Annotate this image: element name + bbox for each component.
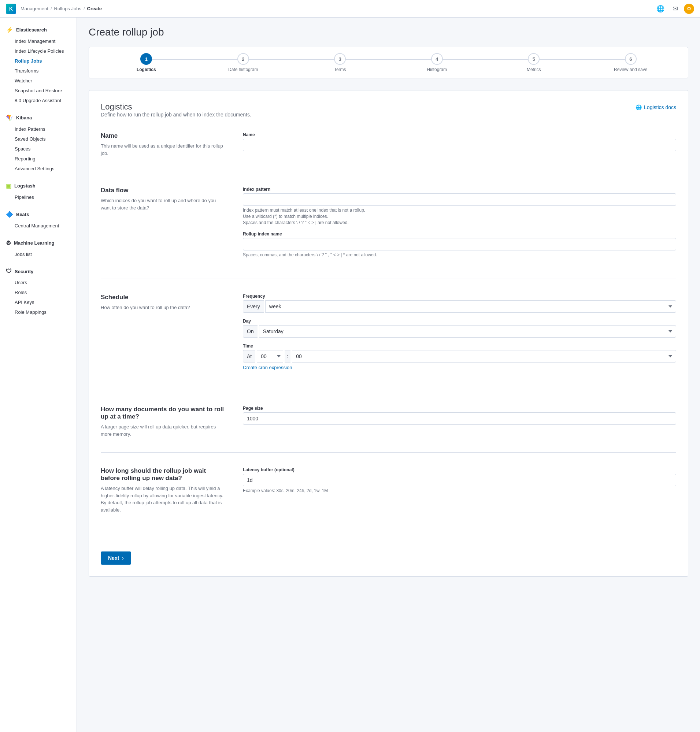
- data-flow-subtext: Which indices do you want to roll up and…: [101, 197, 225, 211]
- page-title: Create rollup job: [89, 26, 688, 38]
- page-size-field-container: Page size: [243, 406, 676, 425]
- beats-label: Beats: [16, 212, 29, 217]
- name-heading: Name: [101, 132, 225, 140]
- index-pattern-field-container: Index pattern Index pattern must match a…: [243, 187, 676, 226]
- sidebar: ⚡ Elasticsearch Index Management Index L…: [0, 18, 77, 732]
- security-icon: 🛡: [6, 268, 12, 275]
- section-title: Logistics: [101, 102, 251, 112]
- name-section: Name This name will be used as a unique …: [101, 132, 676, 172]
- top-nav: K Management / Rollups Jobs / Create 🌐 ✉…: [0, 0, 700, 18]
- sidebar-section-elasticsearch: ⚡ Elasticsearch Index Management Index L…: [0, 24, 76, 106]
- latency-label: Latency buffer (optional): [243, 467, 676, 472]
- page-size-section-right: Page size: [243, 406, 676, 438]
- steps-bar: 1 Logistics 2 Date histogram 3 Terms 4 H…: [89, 47, 688, 78]
- sidebar-item-users[interactable]: Users: [0, 278, 76, 287]
- frequency-field-container: Frequency Every week minute hour day mon…: [243, 294, 676, 313]
- data-flow-section: Data flow Which indices do you want to r…: [101, 187, 676, 279]
- next-button[interactable]: Next ›: [101, 551, 131, 564]
- step-1-circle: 1: [140, 53, 152, 65]
- sidebar-section-header-logstash: ▣ Logstash: [0, 179, 76, 192]
- step-3[interactable]: 3 Terms: [291, 53, 389, 72]
- sidebar-item-index-lifecycle[interactable]: Index Lifecycle Policies: [0, 46, 76, 56]
- schedule-heading: Schedule: [101, 294, 225, 301]
- sidebar-item-rollup-jobs[interactable]: Rollup Jobs: [0, 56, 76, 66]
- sidebar-item-index-management[interactable]: Index Management: [0, 36, 76, 46]
- logistics-docs-label: Logistics docs: [644, 104, 676, 110]
- step-4[interactable]: 4 Histogram: [389, 53, 486, 72]
- step-2[interactable]: 2 Date histogram: [195, 53, 292, 72]
- latency-input[interactable]: [243, 474, 676, 486]
- sidebar-item-transforms[interactable]: Transforms: [0, 66, 76, 76]
- user-avatar[interactable]: O: [684, 4, 694, 14]
- sidebar-section-header-beats: 🔷 Beats: [0, 208, 76, 221]
- index-pattern-input[interactable]: [243, 193, 676, 206]
- day-select[interactable]: Saturday Sunday Monday Tuesday Wednesday…: [259, 325, 676, 338]
- sidebar-item-advanced-settings[interactable]: Advanced Settings: [0, 164, 76, 173]
- machine-learning-label: Machine Learning: [14, 240, 54, 246]
- breadcrumb: Management / Rollups Jobs / Create: [21, 6, 102, 11]
- step-5[interactable]: 5 Metrics: [485, 53, 582, 72]
- step-1[interactable]: 1 Logistics: [98, 53, 195, 72]
- docs-icon: 🌐: [635, 104, 642, 110]
- rollup-index-input[interactable]: [243, 238, 676, 250]
- sidebar-item-api-keys[interactable]: API Keys: [0, 297, 76, 307]
- latency-hint: Example values: 30s, 20m, 24h, 2d, 1w, 1…: [243, 488, 676, 494]
- logistics-docs-link[interactable]: 🌐 Logistics docs: [635, 104, 676, 110]
- step-6[interactable]: 6 Review and save: [582, 53, 679, 72]
- time-minutes-select[interactable]: 00 15 30 45: [292, 350, 676, 363]
- page-size-input[interactable]: [243, 412, 676, 425]
- app-logo: K: [6, 4, 16, 14]
- security-label: Security: [15, 269, 33, 274]
- page-size-section: How many documents do you want to roll u…: [101, 406, 676, 453]
- sidebar-item-roles[interactable]: Roles: [0, 287, 76, 297]
- time-colon: :: [285, 350, 290, 363]
- schedule-section: Schedule How often do you want to roll u…: [101, 294, 676, 391]
- step-4-circle: 4: [431, 53, 443, 65]
- time-hours-select[interactable]: 00 01 02 03 04 05 06 07 08 09 10: [257, 350, 283, 363]
- mail-icon[interactable]: ✉: [669, 3, 681, 15]
- globe-icon[interactable]: 🌐: [654, 3, 666, 15]
- sidebar-item-jobs-list[interactable]: Jobs list: [0, 249, 76, 259]
- name-label: Name: [243, 132, 676, 137]
- day-row: On Saturday Sunday Monday Tuesday Wednes…: [243, 325, 676, 338]
- index-pattern-hint: Index pattern must match at least one in…: [243, 207, 676, 226]
- sidebar-item-upgrade-assistant[interactable]: 8.0 Upgrade Assistant: [0, 96, 76, 106]
- day-prefix: On: [243, 325, 257, 338]
- sidebar-section-security: 🛡 Security Users Roles API Keys Role Map…: [0, 265, 76, 317]
- breadcrumb-management[interactable]: Management: [21, 6, 49, 11]
- frequency-label: Frequency: [243, 294, 676, 299]
- next-button-arrow-icon: ›: [122, 555, 124, 561]
- cron-expression-link[interactable]: Create cron expression: [243, 365, 292, 370]
- latency-section-left: How long should the rollup job wait befo…: [101, 467, 225, 513]
- sidebar-item-index-patterns[interactable]: Index Patterns: [0, 124, 76, 134]
- frequency-prefix: Every: [243, 300, 264, 313]
- latency-field-container: Latency buffer (optional) Example values…: [243, 467, 676, 494]
- sidebar-section-header-kibana: 🪁 Kibana: [0, 111, 76, 124]
- name-field-container: Name: [243, 132, 676, 151]
- sidebar-item-spaces[interactable]: Spaces: [0, 144, 76, 154]
- sidebar-item-central-management[interactable]: Central Management: [0, 221, 76, 231]
- sidebar-item-snapshot-restore[interactable]: Snapshot and Restore: [0, 86, 76, 96]
- kibana-label: Kibana: [16, 115, 32, 121]
- rollup-index-field-container: Rollup index name Spaces, commas, and th…: [243, 231, 676, 258]
- index-pattern-label: Index pattern: [243, 187, 676, 192]
- sidebar-item-watcher[interactable]: Watcher: [0, 76, 76, 86]
- latency-subtext: A latency buffer will delay rolling up d…: [101, 485, 225, 513]
- schedule-section-right: Frequency Every week minute hour day mon…: [243, 294, 676, 376]
- sidebar-item-saved-objects[interactable]: Saved Objects: [0, 134, 76, 144]
- breadcrumb-create: Create: [87, 6, 102, 11]
- sidebar-item-pipelines[interactable]: Pipelines: [0, 192, 76, 202]
- index-pattern-hint3: Spaces and the characters \ / ? " < > | …: [243, 220, 349, 225]
- step-6-label: Review and save: [614, 67, 647, 72]
- sidebar-item-role-mappings[interactable]: Role Mappings: [0, 307, 76, 317]
- sidebar-section-header-elasticsearch: ⚡ Elasticsearch: [0, 24, 76, 36]
- sidebar-item-reporting[interactable]: Reporting: [0, 154, 76, 164]
- frequency-select[interactable]: week minute hour day month: [265, 300, 676, 313]
- schedule-subtext: How often do you want to roll up the dat…: [101, 304, 225, 311]
- step-3-circle: 3: [334, 53, 346, 65]
- name-input[interactable]: [243, 139, 676, 151]
- latency-section-right: Latency buffer (optional) Example values…: [243, 467, 676, 513]
- breadcrumb-rollup-jobs[interactable]: Rollups Jobs: [54, 6, 81, 11]
- latency-section: How long should the rollup job wait befo…: [101, 467, 676, 528]
- rollup-index-label: Rollup index name: [243, 231, 676, 237]
